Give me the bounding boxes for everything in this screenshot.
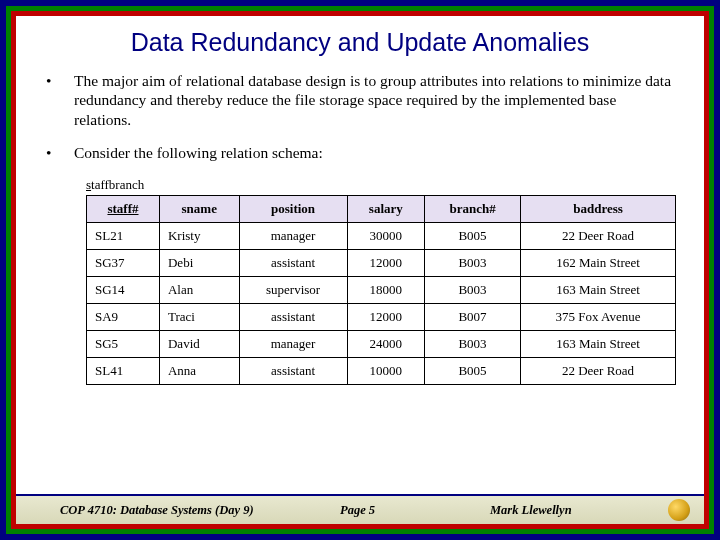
cell: manager (239, 330, 347, 357)
footer-page: Page 5 (340, 503, 460, 518)
cell: Debi (159, 249, 239, 276)
cell: B007 (425, 303, 521, 330)
cell: SG37 (87, 249, 160, 276)
col-header: baddress (521, 195, 676, 222)
cell: Kristy (159, 222, 239, 249)
cell: 18000 (347, 276, 424, 303)
ucf-logo-icon (668, 499, 690, 521)
cell: B005 (425, 357, 521, 384)
cell: 22 Deer Road (521, 222, 676, 249)
cell: 375 Fox Avenue (521, 303, 676, 330)
table-header-row: staff# sname position salary branch# bad… (87, 195, 676, 222)
table-row: SA9 Traci assistant 12000 B007 375 Fox A… (87, 303, 676, 330)
col-header: branch# (425, 195, 521, 222)
footer-course: COP 4710: Database Systems (Day 9) (60, 503, 340, 518)
cell: B003 (425, 249, 521, 276)
cell: Traci (159, 303, 239, 330)
cell: 10000 (347, 357, 424, 384)
bullet-item: • Consider the following relation schema… (46, 143, 674, 162)
cell: 163 Main Street (521, 276, 676, 303)
cell: SL21 (87, 222, 160, 249)
cell: 12000 (347, 249, 424, 276)
slide-footer: COP 4710: Database Systems (Day 9) Page … (16, 494, 704, 524)
slide-title: Data Redundancy and Update Anomalies (16, 16, 704, 63)
bullet-item: • The major aim of relational database d… (46, 71, 674, 129)
cell: B003 (425, 330, 521, 357)
cell: manager (239, 222, 347, 249)
cell: 30000 (347, 222, 424, 249)
table-body: SL21 Kristy manager 30000 B005 22 Deer R… (87, 222, 676, 384)
relation-name: staffbranch (86, 177, 674, 193)
outer-frame-green: Data Redundancy and Update Anomalies • T… (6, 6, 714, 534)
col-header: salary (347, 195, 424, 222)
bullet-text: Consider the following relation schema: (74, 143, 674, 162)
cell: Anna (159, 357, 239, 384)
col-header: staff# (87, 195, 160, 222)
slide-content: • The major aim of relational database d… (16, 63, 704, 494)
cell: David (159, 330, 239, 357)
bullet-dot-icon: • (46, 71, 74, 129)
table-row: SL41 Anna assistant 10000 B005 22 Deer R… (87, 357, 676, 384)
cell: SG14 (87, 276, 160, 303)
table-row: SL21 Kristy manager 30000 B005 22 Deer R… (87, 222, 676, 249)
cell: SG5 (87, 330, 160, 357)
staffbranch-table: staff# sname position salary branch# bad… (86, 195, 676, 385)
col-header: position (239, 195, 347, 222)
cell: supervisor (239, 276, 347, 303)
cell: assistant (239, 357, 347, 384)
table-row: SG14 Alan supervisor 18000 B003 163 Main… (87, 276, 676, 303)
cell: B003 (425, 276, 521, 303)
bullet-text: The major aim of relational database des… (74, 71, 674, 129)
bullet-dot-icon: • (46, 143, 74, 162)
cell: 22 Deer Road (521, 357, 676, 384)
table-row: SG5 David manager 24000 B003 163 Main St… (87, 330, 676, 357)
cell: SA9 (87, 303, 160, 330)
relation-name-rest: taffbranch (91, 177, 144, 192)
cell: SL41 (87, 357, 160, 384)
cell: 163 Main Street (521, 330, 676, 357)
footer-author: Mark Llewellyn (460, 503, 668, 518)
cell: Alan (159, 276, 239, 303)
cell: 12000 (347, 303, 424, 330)
slide: Data Redundancy and Update Anomalies • T… (16, 16, 704, 524)
col-header: sname (159, 195, 239, 222)
outer-frame-red: Data Redundancy and Update Anomalies • T… (11, 11, 709, 529)
table-row: SG37 Debi assistant 12000 B003 162 Main … (87, 249, 676, 276)
cell: 162 Main Street (521, 249, 676, 276)
cell: assistant (239, 303, 347, 330)
cell: assistant (239, 249, 347, 276)
cell: 24000 (347, 330, 424, 357)
cell: B005 (425, 222, 521, 249)
